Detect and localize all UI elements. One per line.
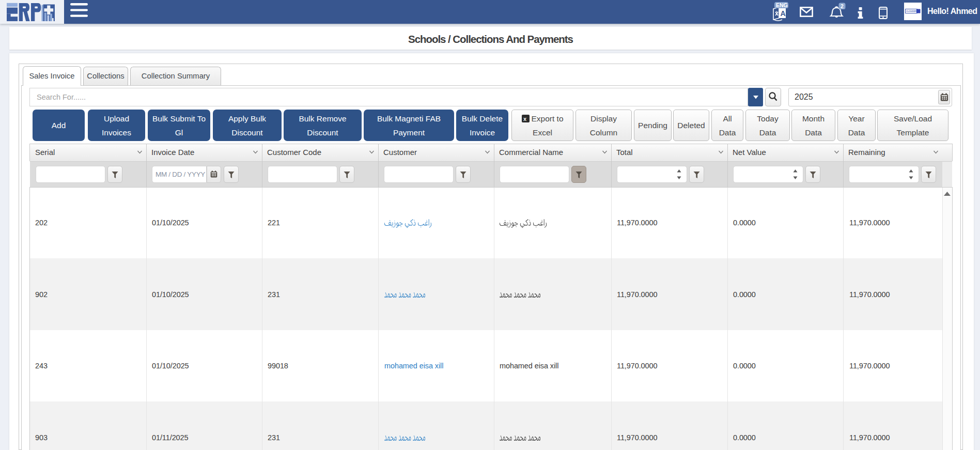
svg-text:CLOUDERP: CLOUDERP: [906, 10, 918, 12]
svg-text:x: x: [523, 116, 527, 122]
svg-text:2: 2: [841, 3, 844, 9]
svg-text:ENG: ENG: [776, 2, 788, 8]
svg-text:A: A: [781, 9, 786, 18]
